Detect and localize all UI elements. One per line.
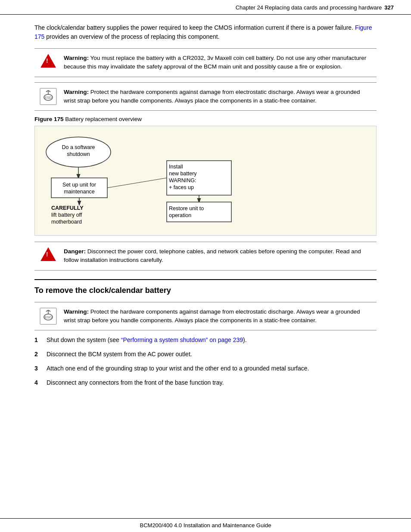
steps-list: 1 Shut down the system (see “Performing … xyxy=(34,336,377,387)
svg-text:lift battery off: lift battery off xyxy=(51,212,82,218)
esd-warning-box-2: ESD Warning: Protect the hardware compon… xyxy=(34,302,377,331)
svg-text:shutdown: shutdown xyxy=(67,151,90,157)
figure-number: Figure 175 xyxy=(34,116,64,122)
svg-line-25 xyxy=(107,178,167,188)
step-3-text: Attach one end of the grounding strap to… xyxy=(47,364,377,373)
svg-text:ESD: ESD xyxy=(45,96,52,100)
svg-text:Install: Install xyxy=(169,164,183,170)
step-4: 4 Disconnect any connectors from the fro… xyxy=(34,378,377,387)
warning-1-text: Warning: You must replace the battery wi… xyxy=(64,54,372,72)
step-2: 2 Disconnect the BCM system from the AC … xyxy=(34,350,377,359)
intro-paragraph: The clock/calendar battery supplies the … xyxy=(34,23,377,41)
step-1-link[interactable]: “Performing a system shutdown” on page 2… xyxy=(121,336,243,343)
warning-1-label: Warning: xyxy=(64,55,89,61)
page-number: 327 xyxy=(384,4,394,11)
warning-box-1: Warning: You must replace the battery wi… xyxy=(34,48,377,77)
main-content: The clock/calendar battery supplies the … xyxy=(0,15,411,401)
intro-text-after: provides an overview of the process of r… xyxy=(46,33,219,40)
esd-warning-icon: ESD xyxy=(39,88,58,105)
figure-caption-title: Battery replacement overview xyxy=(65,116,142,122)
danger-label: Danger: xyxy=(64,248,86,255)
danger-body: Disconnect the power cord, telephone cab… xyxy=(64,248,361,263)
figure-caption: Figure 175 Battery replacement overview xyxy=(34,116,377,122)
section-heading: To remove the clock/calendar battery xyxy=(34,279,377,295)
svg-text:motherboard: motherboard xyxy=(51,219,82,225)
step-4-num: 4 xyxy=(34,378,47,387)
esd-warning-body-2: Protect the hardware components against … xyxy=(64,308,360,324)
svg-text:CAREFULLY: CAREFULLY xyxy=(51,205,84,211)
step-1-text: Shut down the system (see “Performing a … xyxy=(47,336,377,345)
svg-rect-22 xyxy=(167,202,231,222)
warning-box-2: ESD Warning: Protect the hardware compon… xyxy=(34,82,377,111)
danger-text: Danger: Disconnect the power cord, telep… xyxy=(64,247,372,265)
step-2-num: 2 xyxy=(34,350,47,359)
danger-triangle-icon xyxy=(39,247,58,261)
intro-text-before: The clock/calendar battery supplies the … xyxy=(34,24,353,31)
warning-1-body: You must replace the battery with a CR20… xyxy=(64,55,366,70)
footer-text: BCM200/400 4.0 Installation and Maintena… xyxy=(140,522,271,529)
esd-icon-svg-2: ESD xyxy=(40,308,57,325)
svg-text:Restore unit to: Restore unit to xyxy=(169,205,204,212)
warning-2-text: Warning: Protect the hardware components… xyxy=(64,88,372,106)
diagram-container: Do a software shutdown Set up unit for m… xyxy=(34,126,377,236)
svg-text:ESD: ESD xyxy=(45,315,52,319)
svg-rect-9 xyxy=(51,178,107,198)
svg-text:Set up unit for: Set up unit for xyxy=(62,182,96,188)
step-4-text: Disconnect any connectors from the front… xyxy=(47,378,377,387)
esd-icon-svg: ESD xyxy=(40,88,57,105)
triangle-danger-icon xyxy=(40,54,56,68)
step-1-num: 1 xyxy=(34,336,47,345)
svg-text:WARNING:: WARNING: xyxy=(169,177,196,184)
battery-replacement-diagram: Do a software shutdown Set up unit for m… xyxy=(42,135,343,225)
page-header: Chapter 24 Replacing data cards and proc… xyxy=(0,0,411,15)
step-2-text: Disconnect the BCM system from the AC po… xyxy=(47,350,377,359)
chapter-title: Chapter 24 Replacing data cards and proc… xyxy=(236,4,382,11)
page-container: Chapter 24 Replacing data cards and proc… xyxy=(0,0,411,532)
svg-text:operation: operation xyxy=(169,212,191,218)
danger-box: Danger: Disconnect the power cord, telep… xyxy=(34,242,377,271)
step-3: 3 Attach one end of the grounding strap … xyxy=(34,364,377,373)
svg-text:new battery: new battery xyxy=(169,171,197,177)
esd-warning-text-2: Warning: Protect the hardware components… xyxy=(64,308,372,325)
diagram-node-shutdown: Do a software xyxy=(62,144,95,150)
page-footer: BCM200/400 4.0 Installation and Maintena… xyxy=(0,518,411,532)
svg-text:maintenance: maintenance xyxy=(64,189,95,195)
triangle-danger-icon-2 xyxy=(40,247,56,261)
step-3-num: 3 xyxy=(34,364,47,373)
esd-warning-label-2: Warning: xyxy=(64,308,89,315)
svg-text:+ faces up: + faces up xyxy=(169,184,194,190)
esd-icon-2: ESD xyxy=(39,308,58,325)
step-1: 1 Shut down the system (see “Performing … xyxy=(34,336,377,345)
warning-triangle-icon xyxy=(39,54,58,68)
warning-2-label: Warning: xyxy=(64,89,89,95)
warning-2-body: Protect the hardware components against … xyxy=(64,89,360,104)
